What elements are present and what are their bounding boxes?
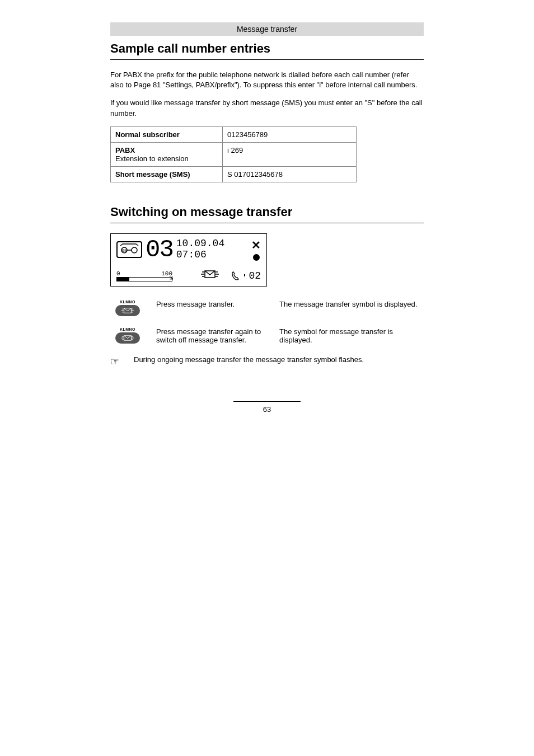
handset-icon xyxy=(232,271,241,280)
gauge-min: 0 xyxy=(116,270,120,277)
para-sms: If you would like message transfer by sh… xyxy=(110,98,424,118)
step-row: KLMNO Press message transfer. The messag… xyxy=(110,300,424,316)
section-heading-sample: Sample call number entries xyxy=(110,41,424,56)
table-row: Normal subscriber 0123456789 xyxy=(111,126,357,142)
cell-value: S 017012345678 xyxy=(223,166,357,182)
time-value: 07:06 xyxy=(176,250,224,261)
pill-button-icon xyxy=(115,305,140,316)
button-klmno-label: KLMNO xyxy=(110,300,145,304)
button-klmno-label: KLMNO xyxy=(110,327,145,331)
message-transfer-icon xyxy=(200,270,219,281)
step-action: Press message transfer again to switch o… xyxy=(156,327,268,344)
step-result: The message transfer symbol is displayed… xyxy=(279,300,424,308)
cell-label: Normal subscriber xyxy=(111,126,223,142)
cell-value: 0123456789 xyxy=(223,126,357,142)
page-number: 63 xyxy=(110,405,424,414)
message-count: 03 xyxy=(146,237,173,262)
heading-rule xyxy=(110,223,424,223)
device-display: 05 03 10.09.04 07:06 ✕ 0 100 % xyxy=(110,233,267,287)
dash-icon xyxy=(243,272,246,280)
table-row: Short message (SMS) S 017012345678 xyxy=(111,166,357,182)
date-value: 10.09.04 xyxy=(176,238,224,250)
handset-count: 02 xyxy=(232,270,261,281)
datetime: 10.09.04 07:06 xyxy=(176,238,224,261)
section-heading-switching: Switching on message transfer xyxy=(110,205,424,219)
step-result: The symbol for message transfer is displ… xyxy=(279,327,424,344)
note-row: ☞ During ongoing message transfer the me… xyxy=(110,355,424,368)
footer-rule xyxy=(233,401,301,402)
pointing-hand-icon: ☞ xyxy=(110,355,124,368)
message-transfer-icon xyxy=(121,335,134,341)
x-icon: ✕ xyxy=(251,238,261,252)
cell-sublabel: Extension to extension xyxy=(115,154,218,163)
heading-rule xyxy=(110,59,424,60)
table-row: PABX Extension to extension i 269 xyxy=(111,142,357,166)
para-pabx: For PABX the prefix for the public telep… xyxy=(110,70,424,90)
record-dot-icon xyxy=(253,254,260,261)
message-transfer-icon xyxy=(121,307,134,314)
pill-button-icon xyxy=(115,332,140,344)
svg-point-1 xyxy=(132,247,137,253)
message-transfer-button[interactable]: KLMNO xyxy=(110,327,145,344)
cell-label: Short message (SMS) xyxy=(111,166,223,182)
page-header: Message transfer xyxy=(110,22,424,36)
memory-gauge: 0 100 % xyxy=(116,270,172,281)
handset-count-value: 02 xyxy=(249,270,261,281)
note-text: During ongoing message transfer the mess… xyxy=(134,355,364,364)
cell-value: i 269 xyxy=(223,142,357,166)
gauge-pct: % xyxy=(170,275,173,281)
tape-left-num: 05 xyxy=(121,248,127,253)
cassette-icon: 05 xyxy=(116,241,142,258)
message-transfer-button[interactable]: KLMNO xyxy=(110,300,145,316)
sample-table: Normal subscriber 0123456789 PABX Extens… xyxy=(110,126,357,182)
step-action: Press message transfer. xyxy=(156,300,268,308)
cell-label-main: PABX xyxy=(115,146,135,154)
step-row: KLMNO Press message transfer again to sw… xyxy=(110,327,424,344)
cell-label: PABX Extension to extension xyxy=(111,142,223,166)
